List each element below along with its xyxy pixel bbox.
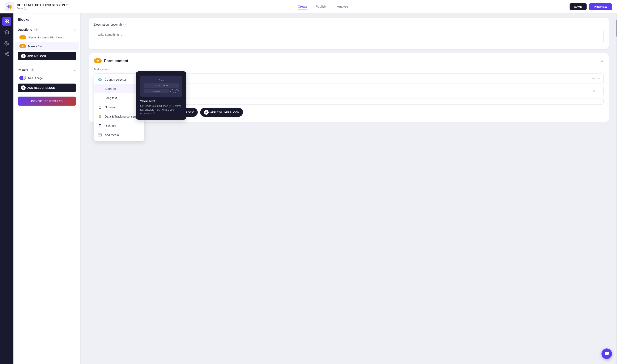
- save-button[interactable]: SAVE: [570, 3, 587, 10]
- more-field-icon-1[interactable]: ···: [597, 77, 600, 81]
- form-content-card: Form content ⚙ Make a form 🌐 Country sel…: [89, 53, 609, 122]
- add-form-row: + ADD FORM (LEAD) BLOCK + ADD COLUMN BLO…: [149, 108, 604, 117]
- chat-bubble-button[interactable]: [602, 349, 612, 359]
- tab-create[interactable]: Create: [298, 4, 307, 10]
- sidebar-item-blocks[interactable]: [2, 17, 11, 26]
- main-content: Description (optional) i Form content ⚙ …: [81, 13, 617, 364]
- divider-middle: [18, 64, 76, 64]
- globe-icon: 🌐: [98, 77, 102, 82]
- tooltip-action-buttons: [170, 90, 179, 93]
- edit-title-icon[interactable]: ✏: [66, 3, 68, 7]
- tooltip-circle-2: [175, 90, 179, 93]
- svg-line-10: [6, 53, 7, 54]
- edit-field-icon-2[interactable]: ✏: [592, 89, 595, 93]
- icon-sidebar: [0, 13, 13, 364]
- form-fields-area: Your full name ✏ ··· ✏ ···: [149, 74, 604, 117]
- svg-rect-14: [22, 46, 23, 47]
- question-item-2[interactable]: Make a form ···: [15, 42, 79, 50]
- edit-field-icon-1[interactable]: ✏: [592, 77, 595, 81]
- svg-rect-12: [22, 38, 23, 38]
- svg-rect-16: [97, 61, 98, 62]
- question-icon-2: [19, 44, 26, 48]
- results-badge: 1: [30, 68, 35, 72]
- question-icon-1: [19, 35, 26, 39]
- right-scrollbar: [616, 13, 617, 364]
- add-column-block-button[interactable]: + ADD COLUMN BLOCK: [200, 108, 243, 117]
- description-info-icon[interactable]: i: [123, 23, 127, 26]
- configure-results-button[interactable]: CONFIGURE RESULTS: [18, 97, 76, 105]
- tooltip-form-label: Form: [143, 79, 179, 81]
- nav-actions: SAVE PREVIEW: [570, 3, 612, 10]
- logo-area: GET A FREE COACHING SESSION ✏ Form i: [5, 2, 77, 11]
- questions-section-label: Questions 2: [18, 28, 39, 31]
- tooltip-short-text-row: Short text: [143, 89, 179, 93]
- tooltip-title: Short text: [140, 99, 182, 103]
- preview-button[interactable]: PREVIEW: [589, 3, 612, 10]
- sidebar-item-design[interactable]: [2, 28, 11, 37]
- number-icon: 1: [98, 105, 102, 110]
- divider-top: [18, 25, 76, 26]
- app-subtitle: Form i: [17, 7, 68, 10]
- scrollbar-thumb[interactable]: [616, 20, 617, 37]
- svg-rect-15: [97, 60, 99, 61]
- result-more-1[interactable]: ···: [72, 76, 75, 80]
- long-text-icon: [98, 96, 102, 100]
- left-panel: Blocks Questions 2 ▲ Sign up for a free …: [13, 13, 81, 364]
- svg-rect-1: [5, 20, 7, 21]
- app-logo[interactable]: [5, 2, 14, 11]
- svg-rect-13: [22, 46, 24, 46]
- info-icon[interactable]: i: [24, 7, 27, 10]
- tab-publish[interactable]: Publish *: [316, 4, 328, 10]
- lock-icon: 🔒: [98, 114, 102, 119]
- form-field-actions-1: ✏ ···: [592, 77, 600, 81]
- nav-tabs: Create Publish * Analyze: [77, 4, 570, 10]
- form-content-header: Form content ⚙: [94, 58, 604, 63]
- dropdown-item-add-media[interactable]: Add media: [94, 130, 144, 140]
- app-title: GET A FREE COACHING SESSION: [17, 3, 65, 7]
- form-content-title: Form content: [94, 58, 128, 63]
- svg-point-8: [7, 55, 9, 56]
- svg-rect-4: [7, 22, 8, 23]
- svg-point-21: [99, 134, 100, 135]
- short-text-icon: --: [98, 87, 102, 91]
- results-section-header[interactable]: Results 1 ▲: [13, 67, 80, 74]
- description-card-header: Description (optional) i: [94, 23, 604, 26]
- chat-bubble-icon: [604, 351, 609, 356]
- app-layout: Blocks Questions 2 ▲ Sign up for a free …: [0, 13, 617, 364]
- form-field-3: [149, 98, 604, 104]
- question-label-2: Make a form: [28, 45, 70, 48]
- add-block-button[interactable]: + ADD A BLOCK: [18, 52, 76, 60]
- sidebar-item-settings[interactable]: [2, 39, 11, 48]
- media-icon: [98, 133, 102, 137]
- questions-section-header[interactable]: Questions 2 ▲: [13, 26, 80, 33]
- sidebar-item-share[interactable]: [2, 50, 11, 59]
- description-textarea[interactable]: [94, 30, 604, 43]
- svg-rect-2: [7, 20, 8, 21]
- description-title: Description (optional) i: [94, 23, 127, 26]
- result-item-1[interactable]: Result page ···: [15, 74, 79, 82]
- question-more-2[interactable]: ···: [72, 44, 75, 48]
- dropdown-item-rich-text[interactable]: T Rich text: [94, 121, 144, 130]
- add-result-button[interactable]: + ADD RESULT BLOCK: [18, 84, 76, 92]
- svg-rect-11: [22, 37, 24, 37]
- tab-analyze[interactable]: Analyze: [337, 4, 348, 10]
- more-field-icon-2[interactable]: ···: [597, 89, 600, 93]
- top-navigation: GET A FREE COACHING SESSION ✏ Form i Cre…: [0, 0, 617, 13]
- tooltip-fullname-field: Your full name: [143, 83, 179, 88]
- add-block-icon: +: [21, 54, 26, 58]
- app-title-area: GET A FREE COACHING SESSION ✏ Form i: [17, 3, 68, 10]
- add-result-icon: +: [21, 85, 26, 90]
- question-more-1[interactable]: ···: [72, 36, 75, 39]
- rich-text-icon: T: [98, 123, 102, 128]
- form-field-actions-2: ✏ ···: [592, 89, 600, 93]
- description-card: Description (optional) i: [89, 18, 609, 49]
- tooltip-preview-image: Form Your full name Short text: [140, 76, 182, 97]
- svg-point-5: [6, 43, 7, 44]
- question-item-1[interactable]: Sign up for a free 15-minute c... ···: [15, 33, 79, 41]
- publish-dot: *: [327, 5, 329, 8]
- form-content-gear-icon[interactable]: ⚙: [600, 59, 604, 63]
- form-field-1: Your full name ✏ ···: [149, 74, 604, 84]
- svg-line-9: [6, 54, 7, 55]
- short-text-tooltip: Form Your full name Short text Short tex…: [136, 71, 186, 120]
- tooltip-circle-1: [170, 90, 174, 93]
